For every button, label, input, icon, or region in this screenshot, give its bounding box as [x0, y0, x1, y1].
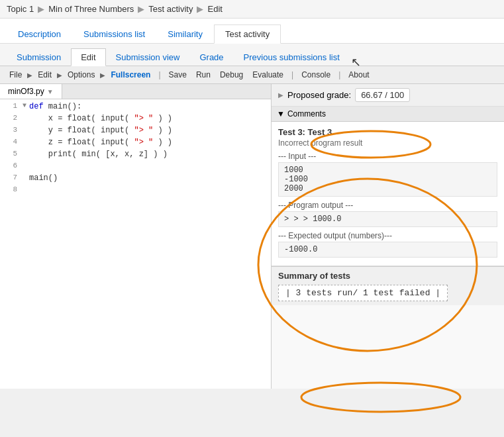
file-tab-label: minOf3.py	[8, 87, 44, 96]
line-num-8: 8	[3, 185, 23, 193]
subtab-edit[interactable]: Edit	[71, 48, 105, 66]
output-label: --- Program output ---	[278, 201, 497, 210]
page-wrapper: Topic 1 ▶ Min of Three Numbers ▶ Test ac…	[0, 0, 504, 389]
tab-submissions-list[interactable]: Submissions list	[72, 24, 156, 43]
toolbar-sep-0: |	[158, 70, 160, 79]
breadcrumb-item-2[interactable]: Test activity	[148, 4, 193, 14]
breadcrumb-sep-1: ▶	[138, 4, 144, 14]
top-tab-bar: Description Submissions list Similarity …	[0, 19, 504, 44]
line-num-6: 6	[3, 162, 23, 170]
line-code-4: z = float( input( "> " ) )	[29, 138, 268, 147]
breadcrumb-sep-0: ▶	[38, 4, 44, 14]
main-content: minOf3.py ▼ 1 ▼ def main(): 2 x = float(…	[0, 84, 504, 389]
proposed-grade-label: Proposed grade:	[287, 90, 351, 100]
toolbar-sep-2: |	[338, 70, 340, 79]
line-code-1: def main():	[29, 102, 268, 111]
toolbar-arrow-2: ▶	[100, 72, 105, 79]
line-num-3: 3	[3, 126, 23, 134]
line-num-1: 1	[3, 102, 23, 110]
toolbar-run[interactable]: Run	[192, 69, 215, 81]
test-block: Test 3: Test 3 Incorrect program result …	[272, 122, 504, 266]
subtab-grade[interactable]: Grade	[189, 48, 233, 66]
code-line-3: 3 y = float( input( "> " ) )	[0, 126, 271, 138]
toolbar-options[interactable]: Options	[64, 69, 99, 81]
tab-description[interactable]: Description	[7, 24, 72, 43]
summary-section: Summary of tests | 3 tests run/ 1 test f…	[272, 266, 504, 305]
code-line-6: 6	[0, 162, 271, 173]
input-val-1: -1000	[284, 175, 491, 184]
toolbar-debug[interactable]: Debug	[216, 69, 247, 81]
input-values: 1000 -1000 2000	[278, 162, 497, 197]
line-code-2: x = float( input( "> " ) )	[29, 114, 268, 123]
subtab-submission[interactable]: Submission	[7, 48, 71, 66]
input-val-2: 2000	[284, 184, 491, 193]
grade-value: 66.67 / 100	[355, 88, 410, 102]
tab-test-activity[interactable]: Test activity	[214, 24, 281, 44]
code-line-2: 2 x = float( input( "> " ) )	[0, 114, 271, 126]
summary-result: | 3 tests run/ 1 test failed |	[278, 285, 448, 301]
line-num-5: 5	[3, 150, 23, 158]
line-num-2: 2	[3, 114, 23, 122]
expected-value: -1000.0	[278, 242, 497, 258]
file-tab-dropdown-icon[interactable]: ▼	[47, 88, 54, 95]
toolbar-about[interactable]: About	[344, 69, 373, 81]
breadcrumb-sep-2: ▶	[197, 4, 203, 14]
toolbar-arrow-1: ▶	[57, 72, 62, 79]
line-num-4: 4	[3, 138, 23, 146]
comments-toggle-icon: ▼	[277, 109, 285, 119]
input-label: --- Input ---	[278, 152, 497, 161]
expected-label: --- Expected output (numbers)---	[278, 231, 497, 240]
line-code-7: main()	[29, 173, 268, 183]
comments-section: ▼ Comments Test 3: Test 3 Incorrect prog…	[272, 107, 504, 305]
line-arrow-1: ▼	[23, 102, 29, 109]
toolbar-file[interactable]: File	[5, 69, 26, 81]
input-val-0: 1000	[284, 166, 491, 175]
line-num-7: 7	[3, 173, 23, 181]
code-line-5: 5 print( min( [x, x, z] ) )	[0, 150, 271, 162]
code-line-7: 7 main()	[0, 173, 271, 185]
toolbar-arrow-0: ▶	[27, 72, 32, 79]
comments-header[interactable]: ▼ Comments	[272, 107, 504, 122]
summary-title: Summary of tests	[278, 271, 497, 281]
toolbar-fullscreen[interactable]: Fullscreen	[107, 69, 154, 81]
subtab-previous-submissions[interactable]: Previous submissions list	[234, 48, 350, 66]
proposed-grade-arrow: ▶	[278, 91, 283, 99]
comments-label: Comments	[287, 109, 326, 119]
code-line-4: 4 z = float( input( "> " ) )	[0, 138, 271, 150]
right-panel: ▶ Proposed grade: 66.67 / 100 ▼ Comments…	[272, 84, 504, 389]
file-tab-minof3[interactable]: minOf3.py ▼	[0, 84, 62, 99]
code-panel[interactable]: minOf3.py ▼ 1 ▼ def main(): 2 x = float(…	[0, 84, 272, 389]
sub-tab-bar: Submission Edit Submission view Grade Pr…	[0, 44, 504, 66]
test-title: Test 3: Test 3	[278, 127, 497, 137]
code-area[interactable]: 1 ▼ def main(): 2 x = float( input( "> "…	[0, 99, 271, 200]
breadcrumb: Topic 1 ▶ Min of Three Numbers ▶ Test ac…	[0, 0, 504, 19]
toolbar-evaluate[interactable]: Evaluate	[248, 69, 287, 81]
toolbar-edit[interactable]: Edit	[34, 69, 56, 81]
proposed-grade-bar: ▶ Proposed grade: 66.67 / 100	[272, 84, 504, 107]
toolbar-save[interactable]: Save	[165, 69, 191, 81]
editor-toolbar: File ▶ Edit ▶ Options ▶ Fullscreen | Sav…	[0, 66, 504, 84]
toolbar-console[interactable]: Console	[297, 69, 334, 81]
output-value: > > > 1000.0	[278, 211, 497, 227]
code-line-8: 8	[0, 185, 271, 197]
line-code-3: y = float( input( "> " ) )	[29, 126, 268, 135]
line-code-5: print( min( [x, x, z] ) )	[29, 150, 268, 159]
code-line-1: 1 ▼ def main():	[0, 102, 271, 114]
breadcrumb-item-0[interactable]: Topic 1	[7, 4, 34, 14]
breadcrumb-item-3[interactable]: Edit	[207, 4, 222, 14]
tab-similarity[interactable]: Similarity	[156, 24, 214, 43]
breadcrumb-item-1[interactable]: Min of Three Numbers	[48, 4, 134, 14]
test-subtitle: Incorrect program result	[278, 138, 497, 148]
file-tab-bar: minOf3.py ▼	[0, 84, 271, 99]
subtab-submission-view[interactable]: Submission view	[106, 48, 190, 66]
toolbar-sep-1: |	[291, 70, 293, 79]
